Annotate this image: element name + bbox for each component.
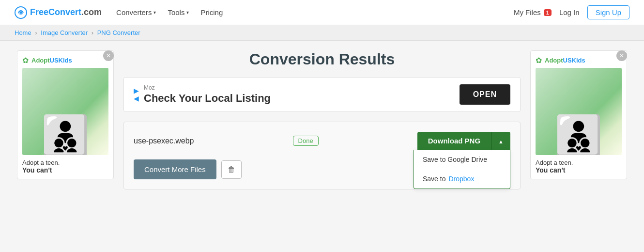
save-dropbox-item[interactable]: Save to Dropbox bbox=[414, 169, 510, 189]
signup-button[interactable]: Sign Up bbox=[587, 5, 629, 19]
save-google-drive-item[interactable]: Save to Google Drive bbox=[414, 150, 510, 169]
right-ad-box: ✿ AdoptUSKids 👨‍👦‍👦 Adopt a teen. You ca… bbox=[530, 50, 627, 179]
result-area: use-psexec.webp Done Download PNG Save t… bbox=[123, 122, 521, 189]
download-dropdown-menu: Save to Google Drive Save to Dropbox bbox=[414, 150, 510, 189]
left-ad-caption: Adopt a teen. You can't bbox=[22, 159, 108, 174]
chevron-down-icon: ▾ bbox=[153, 10, 156, 15]
right-ad-panel: ✕ ✿ AdoptUSKids 👨‍👦‍👦 Adopt a teen. You … bbox=[530, 50, 627, 189]
center-content: Conversion Results ▶◀ Moz Check Your Loc… bbox=[114, 50, 530, 189]
nav-tools[interactable]: Tools ▾ bbox=[168, 8, 189, 16]
left-ad-panel: ✕ ✿ AdoptUSKids 👨‍👦‍👦 Adopt a teen. You … bbox=[17, 50, 114, 189]
header-right: My Files 1 Log In Sign Up bbox=[514, 5, 629, 19]
chevron-up-icon bbox=[498, 137, 504, 145]
dropbox-highlight: Dropbox bbox=[448, 175, 474, 183]
left-ad-close-button[interactable]: ✕ bbox=[103, 50, 114, 61]
file-row: use-psexec.webp Done Download PNG Save t… bbox=[134, 132, 510, 150]
nav-pricing[interactable]: Pricing bbox=[200, 8, 223, 16]
logo-text: FreeConvert.com bbox=[30, 7, 102, 17]
right-ad-image: 👨‍👦‍👦 bbox=[536, 68, 622, 155]
breadcrumb-png-converter[interactable]: PNG Converter bbox=[97, 29, 140, 36]
page-title: Conversion Results bbox=[123, 50, 521, 68]
right-ad-logo-text: AdoptUSKids bbox=[545, 57, 585, 64]
download-dropdown-toggle[interactable] bbox=[491, 132, 510, 150]
right-ad-people-icon: 👨‍👦‍👦 bbox=[554, 116, 603, 155]
breadcrumb-sep1: › bbox=[35, 29, 37, 36]
right-ad-logo-icon: ✿ bbox=[536, 56, 542, 65]
header-left: FreeConvert.com Converters ▾ Tools ▾ Pri… bbox=[15, 6, 223, 19]
moz-ad-source: Moz bbox=[144, 84, 271, 91]
moz-ad-text: Moz Check Your Local Listing bbox=[144, 84, 271, 105]
site-header: FreeConvert.com Converters ▾ Tools ▾ Pri… bbox=[0, 0, 644, 25]
breadcrumb-sep2: › bbox=[92, 29, 93, 36]
delete-button[interactable]: 🗑 bbox=[221, 160, 242, 179]
logo-icon bbox=[15, 6, 27, 19]
left-ad-image: 👨‍👦‍👦 bbox=[22, 68, 108, 155]
convert-more-button[interactable]: Convert More Files bbox=[134, 159, 216, 179]
right-ad-caption: Adopt a teen. You can't bbox=[536, 159, 622, 174]
moz-ad-title: Check Your Local Listing bbox=[144, 92, 271, 105]
ad-banner-arrow-icon: ▶◀ bbox=[134, 87, 139, 102]
download-group: Download PNG Save to Google Drive Save t… bbox=[417, 132, 510, 150]
right-ad-header: ✿ AdoptUSKids bbox=[536, 56, 622, 65]
site-logo[interactable]: FreeConvert.com bbox=[15, 6, 102, 19]
moz-open-button[interactable]: OPEN bbox=[460, 84, 510, 105]
right-ad-close-button[interactable]: ✕ bbox=[616, 50, 627, 61]
left-ad-header: ✿ AdoptUSKids bbox=[22, 56, 108, 65]
nav-converters[interactable]: Converters ▾ bbox=[116, 8, 156, 16]
trash-icon: 🗑 bbox=[228, 165, 235, 174]
left-ad-people-icon: 👨‍👦‍👦 bbox=[41, 116, 90, 155]
left-ad-logo-icon: ✿ bbox=[22, 56, 29, 65]
download-png-button[interactable]: Download PNG bbox=[417, 132, 491, 150]
files-badge: 1 bbox=[544, 9, 552, 16]
main-layout: ✕ ✿ AdoptUSKids 👨‍👦‍👦 Adopt a teen. You … bbox=[0, 41, 644, 199]
svg-point-1 bbox=[20, 11, 22, 14]
moz-ad-left: ▶◀ Moz Check Your Local Listing bbox=[134, 84, 271, 105]
my-files-link[interactable]: My Files 1 bbox=[514, 8, 552, 16]
file-name: use-psexec.webp bbox=[134, 137, 194, 145]
chevron-down-icon: ▾ bbox=[186, 10, 189, 15]
breadcrumb-home[interactable]: Home bbox=[15, 29, 31, 36]
breadcrumb-image-converter[interactable]: Image Converter bbox=[41, 29, 88, 36]
status-badge: Done bbox=[293, 136, 319, 146]
login-button[interactable]: Log In bbox=[559, 8, 580, 16]
left-ad-box: ✿ AdoptUSKids 👨‍👦‍👦 Adopt a teen. You ca… bbox=[17, 50, 114, 179]
moz-ad-banner: ▶◀ Moz Check Your Local Listing OPEN bbox=[123, 77, 521, 112]
breadcrumb: Home › Image Converter › PNG Converter bbox=[0, 25, 644, 41]
left-ad-logo-text: AdoptUSKids bbox=[31, 57, 72, 64]
main-nav: Converters ▾ Tools ▾ Pricing bbox=[116, 8, 223, 16]
